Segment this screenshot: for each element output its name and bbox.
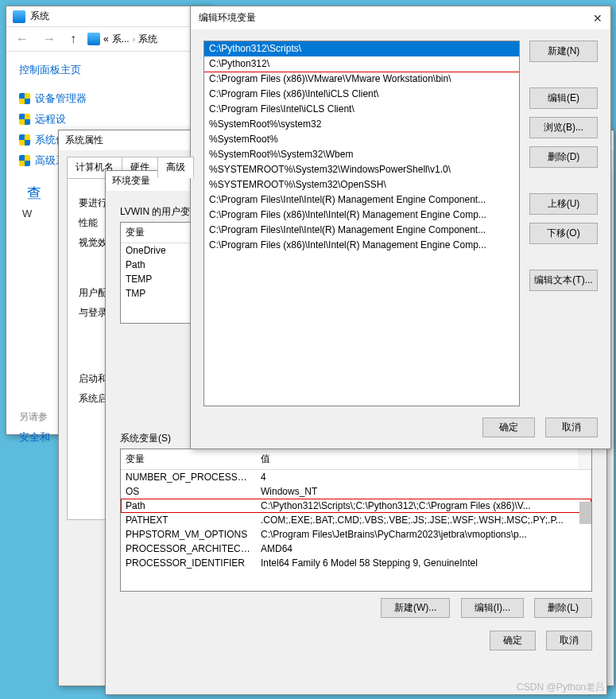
computer-icon: [87, 33, 100, 45]
list-item[interactable]: C:\Program Files (x86)\Intel\iCLS Client…: [204, 87, 519, 102]
ok-button[interactable]: 确定: [490, 631, 536, 650]
col-value[interactable]: 值: [256, 449, 579, 469]
computer-icon: [13, 10, 25, 23]
group-sub: 系统启: [79, 393, 107, 404]
column-headers: 变量 值: [121, 449, 591, 470]
window-title: 系统: [30, 10, 49, 23]
edit-button[interactable]: 编辑(E): [529, 87, 598, 109]
list-item[interactable]: C:\Program Files (x86)\VMware\VMware Wor…: [204, 72, 519, 87]
list-item[interactable]: C:\Program Files\Intel\iCLS Client\: [204, 102, 519, 117]
list-item[interactable]: %SystemRoot%\system32: [204, 117, 519, 132]
titlebar[interactable]: 系统: [6, 6, 211, 26]
sidebar-item-remote[interactable]: 远程设: [19, 112, 199, 126]
edit-environment-variable-window: 编辑环境变量 ✕ C:\Python312\Scripts\ C:\Python…: [190, 6, 611, 449]
list-item[interactable]: C:\Python312\Scripts\: [204, 41, 519, 56]
move-down-button[interactable]: 下移(O): [529, 223, 598, 244]
window-title: 系统属性: [65, 134, 103, 147]
breadcrumb-seg[interactable]: 系统: [138, 33, 157, 46]
control-panel-home-link[interactable]: 控制面板主页: [19, 63, 199, 77]
chevron-right-icon: ›: [133, 35, 135, 44]
breadcrumb-seg[interactable]: 系...: [112, 33, 130, 46]
shield-icon: [19, 134, 30, 146]
table-row[interactable]: NUMBER_OF_PROCESSORS4: [121, 470, 591, 484]
list-item[interactable]: C:\Program Files\Intel\Intel(R) Manageme…: [204, 223, 519, 238]
up-arrow-icon[interactable]: ↑: [67, 32, 79, 46]
table-row[interactable]: PROCESSOR_ARCHITECT...AMD64: [121, 542, 591, 556]
list-item[interactable]: C:\Program Files (x86)\Intel\Intel(R) Ma…: [204, 208, 519, 223]
sidebar-item-label: 设备管理器: [35, 91, 87, 106]
window-title: 环境变量: [112, 174, 150, 188]
col-variable[interactable]: 变量: [121, 449, 256, 469]
move-up-button[interactable]: 上移(U): [529, 193, 598, 215]
forward-arrow-icon: →: [40, 32, 59, 46]
breadcrumb-sep: «: [103, 33, 109, 45]
group-sub: 视觉效: [79, 237, 107, 248]
table-row[interactable]: PHPSTORM_VM_OPTIONSC:\Program Files\JetB…: [121, 527, 591, 542]
nav-toolbar: ← → ↑ « 系... › 系统: [6, 26, 211, 52]
browse-button[interactable]: 浏览(B)...: [529, 117, 598, 138]
table-row[interactable]: PATHEXT.COM;.EXE;.BAT;.CMD;.VBS;.VBE;.JS…: [121, 513, 591, 527]
system-vars-listbox[interactable]: 变量 值 NUMBER_OF_PROCESSORS4 OSWindows_NT …: [120, 449, 592, 592]
new-button[interactable]: 新建(N): [529, 41, 598, 62]
shield-icon: [19, 93, 30, 104]
tab-advanced[interactable]: 高级: [157, 157, 194, 178]
list-item[interactable]: %SystemRoot%: [204, 132, 519, 147]
shield-icon: [19, 155, 30, 166]
list-item[interactable]: %SYSTEMROOT%\System32\WindowsPowerShell\…: [204, 162, 519, 177]
edit-text-button[interactable]: 编辑文本(T)...: [529, 270, 598, 291]
delete-button[interactable]: 删除(L): [534, 598, 592, 618]
breadcrumb[interactable]: « 系... › 系统: [87, 33, 157, 46]
list-item[interactable]: %SystemRoot%\System32\Wbem: [204, 147, 519, 162]
group-sub: 与登录: [79, 307, 107, 318]
list-item[interactable]: %SYSTEMROOT%\System32\OpenSSH\: [204, 177, 519, 192]
scrollbar-track[interactable]: [579, 449, 591, 469]
new-button[interactable]: 新建(W)...: [381, 598, 450, 618]
cancel-button[interactable]: 取消: [546, 631, 592, 650]
titlebar[interactable]: 编辑环境变量 ✕: [191, 6, 610, 29]
path-entries-listbox[interactable]: C:\Python312\Scripts\ C:\Python312\ C:\P…: [203, 41, 520, 406]
sidebar-item-device-manager[interactable]: 设备管理器: [19, 91, 199, 106]
list-item[interactable]: C:\Python312\: [204, 56, 519, 72]
list-item[interactable]: C:\Program Files (x86)\Intel\Intel(R) Ma…: [204, 238, 519, 253]
ok-button[interactable]: 确定: [482, 417, 535, 437]
table-row-path[interactable]: PathC:\Python312\Scripts\;C:\Python312\;…: [121, 499, 591, 513]
cancel-button[interactable]: 取消: [545, 417, 598, 437]
sidebar-item-label: 远程设: [35, 112, 66, 126]
back-arrow-icon: ←: [13, 32, 32, 46]
side-buttons: 新建(N) 编辑(E) 浏览(B)... 删除(D) 上移(U) 下移(O) 编…: [529, 41, 598, 406]
scrollbar-thumb[interactable]: [579, 502, 591, 524]
shield-icon: [19, 114, 30, 125]
window-title: 编辑环境变量: [199, 11, 256, 25]
table-row[interactable]: PROCESSOR_IDENTIFIERIntel64 Family 6 Mod…: [121, 556, 591, 570]
list-item[interactable]: C:\Program Files\Intel\Intel(R) Manageme…: [204, 192, 519, 208]
highlighted-group: C:\Python312\Scripts\ C:\Python312\: [203, 41, 520, 72]
table-row[interactable]: OSWindows_NT: [121, 484, 591, 499]
watermark: CSDN @Python老吕: [517, 681, 605, 694]
close-icon[interactable]: ✕: [593, 12, 602, 25]
edit-button[interactable]: 编辑(I)...: [461, 598, 524, 618]
delete-button[interactable]: 删除(D): [529, 146, 598, 168]
